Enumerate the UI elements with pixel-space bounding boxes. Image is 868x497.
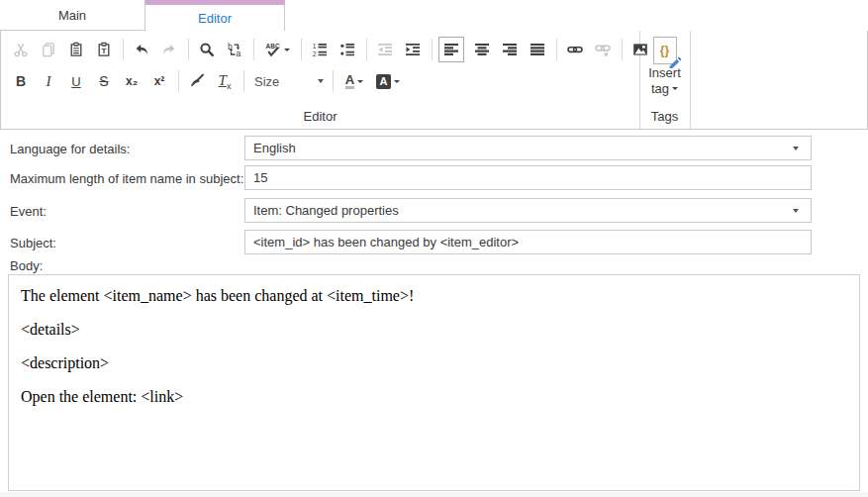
toolbar-row-1: T — [9, 36, 684, 63]
toolbar-separator — [253, 39, 254, 60]
chevron-down-icon — [793, 209, 799, 213]
search-icon — [199, 42, 215, 57]
background-color-icon: A — [376, 74, 391, 89]
unlink-icon — [595, 42, 611, 57]
underline-button[interactable]: U — [64, 69, 88, 93]
chevron-down-icon — [318, 79, 324, 83]
paste-button[interactable] — [64, 38, 88, 61]
body-paragraph: Open the element: <link> — [21, 387, 847, 406]
italic-label: I — [47, 73, 51, 90]
background-color-button[interactable]: A — [373, 69, 403, 93]
find-and-replace-button[interactable]: b a — [223, 38, 246, 61]
copy-button[interactable] — [37, 38, 60, 61]
align-left-icon — [443, 42, 459, 57]
underline-label: U — [71, 74, 80, 89]
align-center-icon — [474, 42, 490, 57]
body-paragraph: <details> — [21, 320, 847, 339]
font-color-button[interactable]: A — [339, 69, 369, 93]
pencil-icon — [668, 53, 683, 68]
copy-icon — [41, 42, 56, 57]
italic-button[interactable]: I — [37, 69, 60, 93]
font-size-label: Size — [254, 74, 279, 89]
language-for-details-label: Language for details: — [10, 142, 130, 156]
strikethrough-button[interactable]: S — [92, 69, 116, 93]
svg-text:T: T — [102, 47, 107, 55]
ordered-list-icon: 1 2 — [312, 42, 328, 57]
tab-editor[interactable]: Editor — [145, 0, 285, 31]
svg-text:2: 2 — [313, 50, 317, 57]
toolbar-separator — [123, 39, 124, 60]
insert-tag-label-2: tag — [651, 81, 669, 96]
find-button[interactable] — [195, 38, 219, 61]
chevron-down-icon — [284, 49, 290, 51]
event-value: Item: Changed properties — [253, 203, 793, 218]
max-length-label: Maximum length of item name in subject: — [10, 171, 243, 186]
format-painter-button[interactable] — [185, 69, 209, 93]
paste-icon — [68, 42, 84, 57]
outdent-button[interactable] — [373, 38, 397, 61]
align-center-button[interactable] — [470, 38, 494, 61]
toolbar-row-2: B I U S x₂ x² — [9, 67, 407, 95]
undo-button[interactable] — [130, 38, 153, 61]
align-right-button[interactable] — [498, 38, 522, 61]
body-label: Body: — [10, 258, 43, 273]
toolbar-separator — [178, 70, 179, 92]
footer-strip — [0, 492, 868, 497]
align-left-button[interactable] — [438, 37, 464, 62]
tags-group-label: Tags — [639, 109, 690, 124]
cut-button[interactable] — [9, 38, 33, 61]
find-replace-icon: b a — [227, 42, 242, 57]
subject-input[interactable] — [244, 230, 812, 254]
link-icon — [567, 42, 583, 57]
indent-icon — [405, 42, 421, 57]
superscript-button[interactable]: x² — [147, 69, 171, 93]
undo-icon — [134, 42, 149, 57]
language-value: English — [253, 141, 793, 155]
insert-tag-button[interactable]: {} Insert tag — [639, 35, 690, 106]
unordered-list-button[interactable] — [336, 38, 359, 61]
subscript-button[interactable]: x₂ — [120, 69, 144, 93]
paste-as-text-button[interactable]: T — [92, 38, 116, 61]
toolbar-separator — [243, 70, 244, 92]
chevron-down-icon — [672, 87, 678, 90]
subscript-label: x₂ — [126, 74, 138, 88]
remove-link-button[interactable] — [591, 38, 615, 61]
event-label: Event: — [10, 204, 47, 219]
justify-icon — [530, 42, 545, 57]
bold-button[interactable]: B — [9, 69, 33, 93]
body-paragraph: <description> — [21, 353, 847, 372]
insert-link-button[interactable] — [563, 38, 587, 61]
group-separator — [690, 31, 691, 129]
toolbar-separator — [432, 39, 433, 60]
toolbar-separator — [301, 39, 302, 60]
bold-label: B — [16, 73, 26, 89]
svg-text:1: 1 — [313, 43, 317, 50]
brush-icon — [189, 73, 205, 89]
editor-settings-window: Main Editor — [0, 0, 868, 497]
tab-main-label: Main — [58, 8, 86, 23]
chevron-down-icon — [793, 147, 799, 150]
editor-group-label: Editor — [1, 109, 639, 124]
ribbon-toolbar: T — [0, 31, 868, 130]
justify-button[interactable] — [526, 38, 549, 61]
redo-icon — [161, 42, 177, 57]
font-size-dropdown[interactable]: Size — [250, 69, 328, 93]
superscript-label: x² — [154, 74, 165, 88]
spellcheck-button[interactable]: ABC — [260, 38, 294, 61]
svg-text:a: a — [237, 49, 241, 57]
toolbar-separator — [366, 39, 367, 60]
redo-button[interactable] — [157, 38, 181, 61]
tab-main[interactable]: Main — [0, 0, 145, 31]
paste-as-text-icon: T — [96, 42, 112, 57]
language-dropdown[interactable]: English — [244, 136, 812, 160]
body-editor[interactable]: The element <item_name> has been changed… — [8, 274, 860, 491]
align-right-icon — [502, 42, 518, 57]
max-length-input[interactable] — [244, 165, 812, 190]
body-paragraph: The element <item_name> has been changed… — [21, 286, 847, 305]
ordered-list-button[interactable]: 1 2 — [308, 38, 332, 61]
clear-formatting-button[interactable]: Tx — [213, 69, 237, 93]
event-dropdown[interactable]: Item: Changed properties — [244, 198, 812, 223]
indent-button[interactable] — [401, 38, 425, 61]
chevron-down-icon — [394, 80, 400, 83]
toolbar-separator — [622, 39, 623, 60]
